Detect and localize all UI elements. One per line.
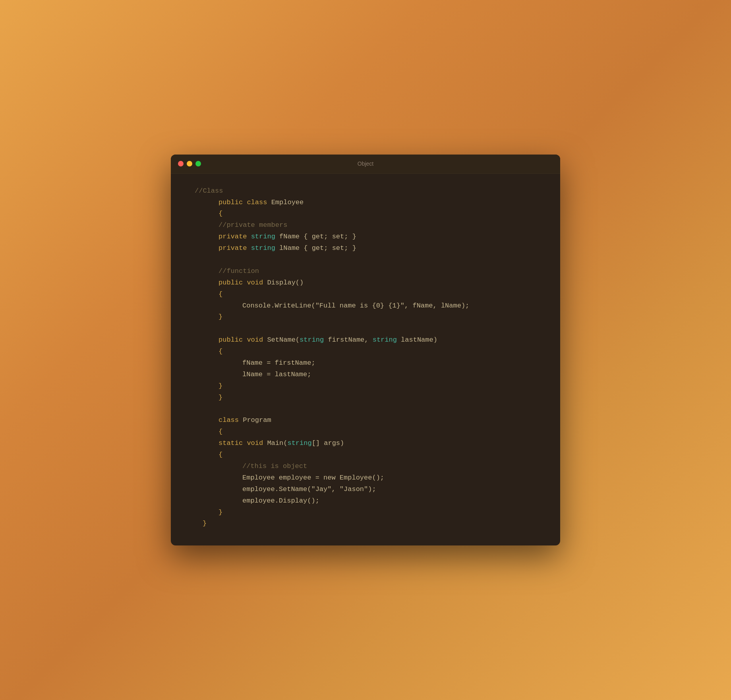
code-window: Object //Class public class Employee { /… [171, 155, 560, 546]
line-fname-assign: fName = firstName; [195, 358, 544, 369]
line-class-decl: public class Employee [195, 197, 544, 209]
empty-3 [195, 404, 544, 415]
line-brace-1: { [195, 208, 544, 220]
line-comment-private: //private members [195, 220, 544, 231]
line-comment-class: //Class [195, 186, 544, 197]
window-title: Object [358, 160, 373, 167]
keyword-public-class: public class [219, 199, 271, 206]
line-brace-close-2: } [195, 311, 544, 323]
maximize-button[interactable] [195, 161, 201, 166]
line-lname: private string lName { get; set; } [195, 243, 544, 254]
line-fname: private string fName { get; set; } [195, 231, 544, 243]
line-brace-close-3b: } [195, 392, 544, 404]
traffic-lights [178, 161, 201, 166]
empty-2 [195, 323, 544, 335]
line-brace-close-5: } [195, 507, 544, 518]
minimize-button[interactable] [187, 161, 192, 166]
class-name: Employee [271, 199, 304, 206]
line-new-employee: Employee employee = new Employee(); [195, 472, 544, 484]
line-setname-call: employee.SetName("Jay", "Jason"); [195, 484, 544, 495]
line-brace-close-4: } [195, 518, 544, 530]
line-display-decl: public void Display() [195, 277, 544, 289]
code-editor: //Class public class Employee { //privat… [171, 174, 560, 546]
line-program-decl: class Program [195, 415, 544, 426]
line-lname-assign: lName = lastName; [195, 369, 544, 381]
titlebar: Object [171, 155, 560, 174]
line-brace-2: { [195, 289, 544, 300]
line-setname-decl: public void SetName(string firstName, st… [195, 335, 544, 346]
comment-class-text: //Class [195, 187, 223, 195]
line-comment-function: //function [195, 266, 544, 277]
empty-1 [195, 254, 544, 266]
line-brace-5: { [195, 449, 544, 461]
line-brace-3: { [195, 346, 544, 358]
line-main-decl: static void Main(string[] args) [195, 438, 544, 449]
close-button[interactable] [178, 161, 184, 166]
line-comment-object: //this is object [195, 461, 544, 472]
line-console: Console.WriteLine("Full name is {0} {1}"… [195, 300, 544, 312]
line-brace-close-3a: } [195, 381, 544, 392]
line-display-call: employee.Display(); [195, 495, 544, 507]
line-brace-4: { [195, 426, 544, 438]
